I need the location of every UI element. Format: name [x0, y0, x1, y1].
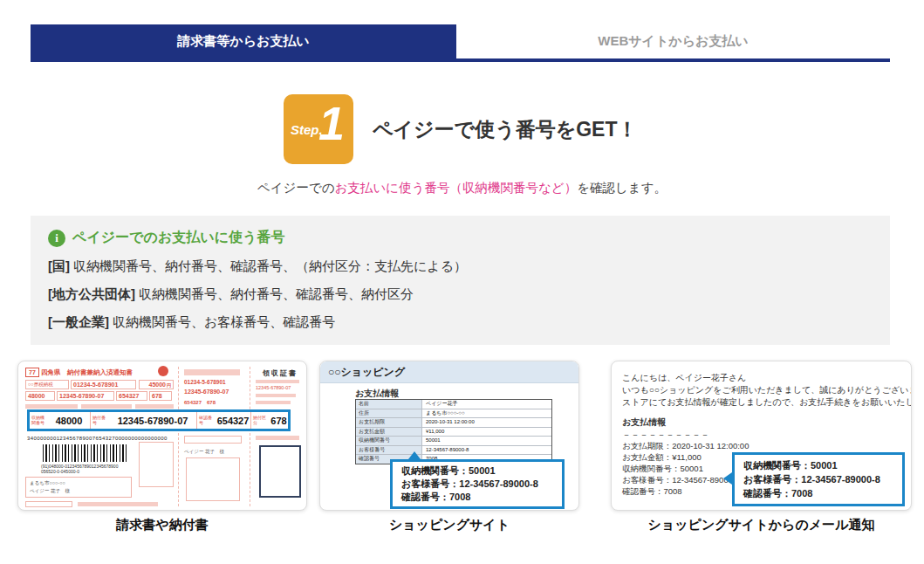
stub-stamp-box [186, 457, 240, 501]
info-icon: i [48, 230, 65, 247]
table-row: 収納機関番号50001 [356, 437, 551, 446]
slip-division: 678 [149, 391, 172, 401]
stub-name: ペイジー 花子 様 [184, 449, 224, 455]
row-value: まるち市○○○-○○ [422, 409, 551, 418]
highlight-label: 納付区分 [251, 416, 270, 425]
callout-line: お客様番号：12-34567-89000-8 [401, 478, 553, 491]
row-label: お支払金額 [356, 428, 422, 437]
slip-amount-value: 45000 [149, 382, 166, 388]
table-row: 住所まるち市○○○-○○ [356, 409, 551, 419]
highlight-label: 納付番号 [91, 416, 109, 425]
tab-web-payment[interactable]: WEBサイトからお支払い [456, 24, 890, 58]
stub-date-box [184, 436, 242, 444]
table-row: お支払金額¥11,000 [356, 428, 551, 437]
figure-shopping-site: ○○ショッピング お支払情報 名前ペイジー花子 住所まるち市○○○-○○ お支払… [319, 361, 579, 511]
mail-payment-info-title: お支払情報 [622, 416, 900, 429]
row-label: 収納機関番号 [356, 437, 422, 445]
caption-shopping: ショッピングサイト [319, 517, 579, 533]
slip-form-number: 77 [25, 368, 39, 377]
slip-empty-box [139, 442, 174, 487]
step-badge: Step. 1 [284, 94, 353, 164]
barcode [43, 444, 127, 462]
number-callout-shopping: 収納機関番号：50001 お客様番号：12-34567-89000-8 確認番号… [390, 459, 565, 509]
payment-info-title: お支払情報 [355, 388, 399, 400]
page: 請求書等からお支払い WEBサイトからお支払い Step. 1 ペイジーで使う番… [0, 0, 924, 564]
info-item-municipality: [地方公共団体]収納機関番号、納付番号、確認番号、納付区分 [48, 286, 873, 303]
callout-arrow-up-icon [408, 451, 421, 459]
info-item-text: 収納機関番号、納付番号、確認番号、納付区分 [139, 286, 414, 301]
mail-body-line: こんにちは、ペイジー花子さん [622, 372, 900, 384]
slip-title: 四角県 納付書兼納入済通知書 [41, 368, 133, 377]
highlight-value: 12345-67890-07 [109, 416, 196, 426]
slip-fineprint [135, 404, 174, 409]
stub-header [184, 369, 240, 375]
slip-number-highlight: 収納機関番号48000 納付番号12345-67890-07 確認番号65432… [27, 409, 291, 431]
description: ペイジーでのお支払いに使う番号（収納機関番号など）を確認します。 [0, 180, 924, 196]
number-callout-email: 収納機関番号：50001 お客様番号：12-34567-89000-8 確認番号… [732, 452, 905, 506]
spacer [622, 409, 900, 416]
info-box: i ペイジーでのお支払いに使う番号 [国]収納機関番号、納付番号、確認番号、（納… [31, 216, 890, 345]
table-row: 名前ペイジー花子 [356, 400, 551, 409]
receipt-fineprint [256, 401, 291, 404]
info-item-text: 収納機関番号、お客様番号、確認番号 [113, 314, 335, 329]
highlight-cell: 納付区分678 [251, 412, 288, 429]
slip-perforation [250, 367, 250, 506]
callout-line: 確認番号：7008 [743, 486, 893, 500]
callout-line: お客様番号：12-34567-89000-8 [743, 472, 893, 486]
row-value: 50001 [422, 437, 551, 445]
caption-email: ショッピングサイトからのメール通知 [611, 517, 912, 533]
info-item-label: [地方公共団体] [48, 286, 135, 301]
slip-fineprint [25, 404, 78, 409]
highlight-cell: 収納機関番号48000 [30, 412, 91, 429]
info-box-title: ペイジーでのお支払いに使う番号 [72, 229, 284, 247]
highlight-label: 確認番号 [197, 416, 216, 425]
step-header: Step. 1 ペイジーで使う番号をGET！ [284, 94, 638, 164]
highlight-label: 収納機関番号 [30, 416, 48, 425]
row-label: 住所 [356, 409, 422, 418]
highlight-value: 678 [270, 416, 288, 426]
info-box-title-row: i ペイジーでのお支払いに使う番号 [48, 229, 873, 247]
callout-line: 収納機関番号：50001 [743, 458, 893, 472]
table-row: お支払期限2020-10-31 12:00:00 [356, 418, 551, 428]
addressee-city: まるち市○○○-○○ [30, 480, 65, 485]
figure-invoice-slip: 77 四角県 納付書兼納入済通知書 ○○県税納税 01234-5-678901 … [17, 361, 307, 511]
stub-confirm: 654327 678 [184, 399, 216, 407]
row-label: お支払期限 [356, 418, 422, 427]
slip-perforation [178, 367, 179, 506]
mail-body-line: いつも○○ショッピングをご利用いただきまして、誠にありがとうございます。 [622, 384, 900, 396]
slip-ocr-line: 3400000001234567890076543270000000000000… [27, 436, 168, 441]
tab-bar: 請求書等からお支払い WEBサイトからお支払い [31, 24, 890, 62]
slip-payee: ○○県税納税 [25, 380, 69, 389]
info-item-country: [国]収納機関番号、納付番号、確認番号、（納付区分：支払先による） [48, 258, 873, 275]
info-item-label: [一般企業] [48, 314, 109, 329]
description-highlight: お支払いに使う番号（収納機関番号など） [335, 181, 578, 195]
receipt-fineprint [256, 380, 299, 383]
row-value: ペイジー花子 [422, 400, 551, 409]
receipt-stamp-box [259, 445, 301, 498]
payment-info-table: 名前ペイジー花子 住所まるち市○○○-○○ お支払期限2020-10-31 12… [355, 399, 552, 464]
slip-confirm-number: 654327 [116, 391, 147, 401]
shopping-site-header: ○○ショッピング [320, 361, 578, 383]
slip-code: 01234-5-678901 [71, 380, 136, 389]
mail-divider: －－－－－－－－－－ [622, 429, 900, 440]
highlight-value: 48000 [48, 416, 90, 426]
tab-underline [31, 58, 890, 62]
receipt-number: 12345-67890-07 [256, 385, 291, 390]
row-value: ¥11,000 [422, 428, 551, 437]
figure-email-notice: こんにちは、ペイジー花子さん いつも○○ショッピングをご利用いただきまして、誠に… [611, 361, 912, 511]
caption-invoice: 請求書や納付書 [17, 517, 307, 533]
receipt-fineprint [256, 394, 296, 397]
barcode-text: 056520-0-045000-0 [41, 469, 79, 474]
table-row: お客様番号12-34567-89000-8 [356, 446, 551, 456]
highlight-cell: 納付番号12345-67890-07 [91, 412, 197, 429]
tab-invoice-payment[interactable]: 請求書等からお支払い [31, 24, 456, 58]
description-suffix: を確認します。 [577, 181, 667, 195]
stub-code: 01234-5-678901 [184, 379, 226, 385]
receipt-title: 領収証書 [256, 368, 305, 378]
step-number: 1 [318, 96, 345, 150]
mail-detail-line: お支払期限：2020-10-31 12:00:00 [622, 440, 900, 451]
highlight-cell: 確認番号654327 [197, 412, 251, 429]
info-item-company: [一般企業]収納機関番号、お客様番号、確認番号 [48, 314, 873, 331]
slip-fineprint [78, 502, 158, 506]
receipt-fineprint [256, 436, 299, 440]
